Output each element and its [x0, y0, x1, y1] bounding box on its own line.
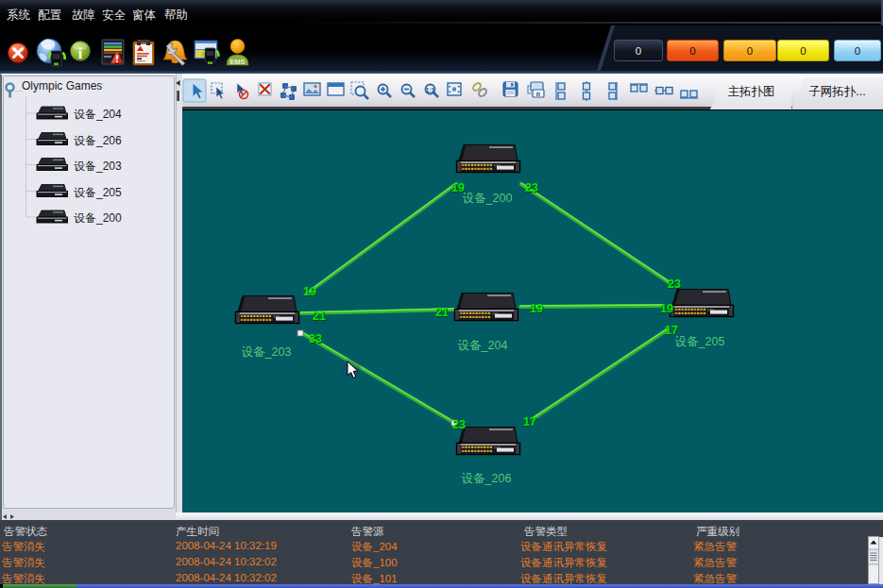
svg-text:1:1: 1:1	[426, 87, 435, 93]
svg-text:R: R	[536, 92, 541, 97]
svg-text:设备_206: 设备_206	[462, 472, 512, 485]
svg-text:设备_203: 设备_203	[242, 345, 292, 359]
svg-text:设备_204: 设备_204	[458, 339, 508, 352]
svg-text:EMS: EMS	[229, 58, 245, 66]
svg-text:设备_205: 设备_205	[675, 335, 725, 348]
svg-text:设备_200: 设备_200	[463, 192, 513, 205]
svg-text:i: i	[78, 45, 83, 61]
